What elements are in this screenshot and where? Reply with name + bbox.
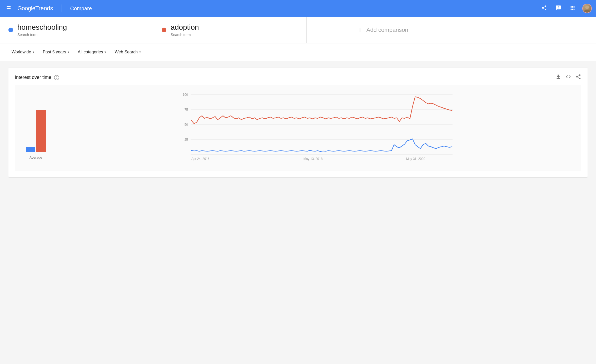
y-label-100: 100 — [183, 93, 188, 97]
time-filter[interactable]: Past 5 years ▾ — [39, 48, 72, 57]
card-header: Interest over time ? — [15, 74, 581, 81]
region-filter-arrow: ▾ — [33, 50, 34, 54]
bar-label: Average — [29, 155, 42, 159]
apps-icon[interactable] — [568, 3, 577, 14]
main-content: Interest over time ? — [0, 61, 596, 184]
empty-slot — [460, 17, 596, 43]
avatar-image — [583, 4, 591, 13]
help-icon[interactable]: ? — [54, 75, 59, 80]
card-title: Interest over time — [15, 75, 51, 80]
feedback-icon[interactable] — [554, 3, 563, 14]
region-filter-label: Worldwide — [12, 50, 31, 54]
y-label-50: 50 — [185, 123, 188, 127]
line-chart-section: 100 75 50 25 A — [57, 89, 581, 167]
logo-trends: Trends — [35, 5, 53, 12]
time-filter-label: Past 5 years — [43, 50, 66, 54]
y-label-25: 25 — [185, 138, 188, 141]
share-icon[interactable] — [540, 3, 549, 14]
header-divider — [62, 4, 62, 12]
plus-icon: + — [358, 26, 362, 34]
header-icons — [540, 3, 592, 14]
page-title: Compare — [70, 6, 92, 12]
search-type-filter[interactable]: Web Search ▾ — [111, 48, 144, 57]
embed-button[interactable] — [565, 74, 571, 81]
homeschooling-line — [191, 139, 452, 151]
search-term-2[interactable]: adoption Search term — [153, 17, 306, 43]
category-filter-arrow: ▾ — [105, 50, 106, 54]
menu-icon[interactable]: ☰ — [4, 3, 13, 14]
logo: Google Trends — [17, 5, 53, 12]
x-label-2016: Apr 24, 2016 — [191, 157, 210, 161]
term1-type: Search term — [17, 33, 67, 37]
term1-name: homeschooling — [17, 23, 67, 32]
x-label-2020: May 31, 2020 — [406, 157, 425, 161]
share-chart-button[interactable] — [575, 74, 581, 81]
svg-point-1 — [584, 10, 590, 12]
add-comparison-label: Add comparison — [366, 27, 408, 33]
x-label-2018: May 13, 2018 — [304, 157, 323, 161]
bar-blue — [26, 147, 35, 152]
term2-name: adoption — [171, 23, 199, 32]
card-actions — [555, 74, 581, 81]
download-button[interactable] — [555, 74, 561, 81]
bar-group — [26, 94, 46, 152]
svg-point-0 — [585, 6, 589, 9]
term2-content: adoption Search term — [171, 23, 199, 37]
y-label-75: 75 — [185, 108, 188, 112]
category-filter[interactable]: All categories ▾ — [74, 48, 109, 57]
header: ☰ Google Trends Compare — [0, 0, 596, 17]
avatar[interactable] — [582, 4, 592, 13]
category-filter-label: All categories — [78, 50, 103, 54]
term1-content: homeschooling Search term — [17, 23, 67, 37]
term2-type: Search term — [171, 33, 199, 37]
adoption-line — [191, 97, 452, 124]
bar-baseline — [15, 153, 57, 153]
term1-dot — [8, 28, 13, 32]
chart-area: Average 100 75 50 25 — [15, 85, 581, 171]
bar-chart-section: Average — [15, 89, 57, 167]
search-terms-bar: homeschooling Search term adoption Searc… — [0, 17, 596, 43]
add-comparison-button[interactable]: + Add comparison — [307, 17, 460, 43]
time-filter-arrow: ▾ — [68, 50, 69, 54]
line-chart-svg: 100 75 50 25 A — [57, 89, 577, 166]
filters-bar: Worldwide ▾ Past 5 years ▾ All categorie… — [0, 43, 596, 61]
search-type-arrow: ▾ — [139, 50, 141, 54]
region-filter[interactable]: Worldwide ▾ — [8, 48, 37, 57]
search-type-label: Web Search — [115, 50, 138, 54]
interest-over-time-card: Interest over time ? — [8, 68, 588, 177]
logo-google: Google — [17, 5, 35, 12]
search-term-1[interactable]: homeschooling Search term — [0, 17, 153, 43]
bar-red — [36, 110, 46, 152]
term2-dot — [162, 28, 166, 32]
card-title-area: Interest over time ? — [15, 75, 59, 80]
